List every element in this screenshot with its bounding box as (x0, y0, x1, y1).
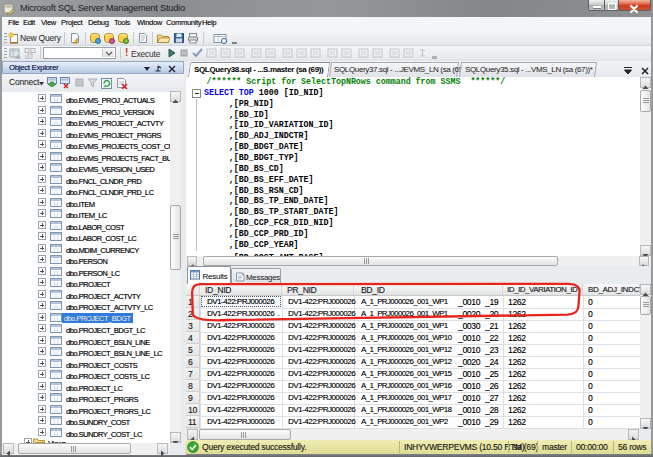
svg-text:L: L (25, 54, 28, 60)
